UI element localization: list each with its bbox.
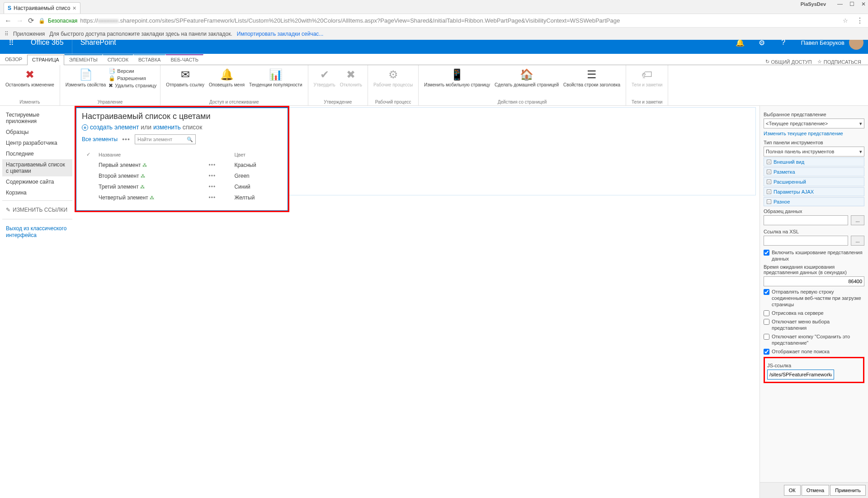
show-search-checkbox[interactable] — [764, 349, 769, 355]
apply-button[interactable]: Применить — [830, 485, 866, 496]
plus-icon[interactable]: + — [82, 124, 88, 131]
item-title: Третий элемент — [99, 184, 138, 190]
exit-classic-link[interactable]: Выход из классического интерфейса — [2, 222, 72, 242]
sample-data-input[interactable] — [764, 215, 848, 225]
disable-save-view-checkbox[interactable] — [764, 334, 769, 340]
ribbon-tabs: ОБЗОР СТРАНИЦА ЭЛЕМЕНТЫ СПИСОК ВСТАВКА В… — [0, 54, 868, 65]
send-first-row-checkbox[interactable] — [764, 289, 769, 295]
send-first-row-label: Отправлять первую строку соединенным веб… — [772, 289, 864, 308]
section-appearance[interactable]: Внешний вид — [764, 157, 864, 166]
bookmark-star-icon[interactable]: ☆ — [843, 17, 848, 24]
nav-test-apps[interactable]: Тестируемые приложения — [2, 109, 72, 127]
ribbon-group-edit: ✖Остановить изменение Изменить — [0, 65, 60, 105]
popularity-trends-button[interactable]: 📊Тенденции популярности — [247, 67, 304, 99]
workflows-button[interactable]: ⚙Рабочие процессы — [372, 67, 415, 99]
send-link-button[interactable]: ✉Отправить ссылку — [164, 67, 206, 99]
edit-properties-button[interactable]: 📄Изменить свойства — [64, 67, 108, 99]
section-advanced[interactable]: Расширенный — [764, 177, 864, 186]
jslink-input[interactable] — [767, 370, 834, 379]
tab-webpart[interactable]: ВЕБ-ЧАСТЬ — [165, 54, 203, 65]
create-item-link[interactable]: создать элемент — [90, 123, 139, 131]
enable-cache-label: Включить кэширование представления данны… — [772, 249, 864, 262]
item-menu-icon[interactable]: ••• — [209, 184, 216, 190]
item-menu-icon[interactable]: ••• — [209, 173, 216, 179]
item-menu-icon[interactable]: ••• — [209, 162, 216, 168]
selected-view-dropdown[interactable]: <Текущее представление>▾ — [764, 119, 864, 128]
back-icon[interactable]: ← — [5, 17, 12, 25]
browse-button[interactable]: ... — [851, 215, 864, 225]
list-webpart[interactable]: Настраиваемый список с цветами + создать… — [76, 107, 288, 211]
chevron-down-icon: ▾ — [859, 149, 862, 155]
view-all-items[interactable]: Все элементы — [82, 136, 118, 142]
apps-icon[interactable]: ⠿ — [5, 31, 9, 37]
toolbar-type-label: Тип панели инструментов — [764, 140, 864, 145]
nav-samples[interactable]: Образцы — [2, 127, 72, 138]
server-render-checkbox[interactable] — [764, 310, 769, 316]
edit-mobile-page-button[interactable]: 📱Изменить мобильную страницу — [422, 67, 492, 99]
make-homepage-button[interactable]: 🏠Сделать домашней страницей — [493, 67, 561, 99]
follow-button[interactable]: ☆ ПОДПИСАТЬСЯ — [817, 59, 861, 65]
approve-button[interactable]: ✔Утвердить — [312, 67, 337, 99]
url-field[interactable]: 🔒 Безопасная https://xxxxxxx.sharepoint.… — [38, 17, 838, 24]
table-row[interactable]: Третий элемент ⁂ ••• Синий — [83, 182, 281, 192]
import-bookmarks-link[interactable]: Импортировать закладки сейчас... — [237, 31, 324, 37]
menu-icon[interactable]: ⋮ — [856, 16, 863, 25]
cache-timeout-input[interactable] — [764, 276, 864, 286]
delete-page-button[interactable]: ✖Удалить страницу — [108, 82, 156, 89]
disable-view-menu-checkbox[interactable] — [764, 319, 769, 325]
table-row[interactable]: Второй элемент ⁂ ••• Green — [83, 171, 281, 181]
close-icon[interactable]: × — [72, 5, 76, 12]
permissions-button[interactable]: 🔒Разрешения — [108, 75, 156, 81]
apps-label[interactable]: Приложения — [13, 31, 45, 37]
search-icon[interactable]: 🔍 — [187, 137, 193, 142]
nav-custom-list[interactable]: Настраиваемый список с цветами — [2, 159, 72, 176]
tab-elements[interactable]: ЭЛЕМЕНТЫ — [64, 54, 103, 65]
tags-notes-button[interactable]: 🏷Теги и заметки — [630, 67, 664, 99]
table-row[interactable]: Четвертый элемент ⁂ ••• Желтый — [83, 193, 281, 203]
enable-cache-checkbox[interactable] — [764, 250, 769, 256]
section-misc[interactable]: Разное — [764, 197, 864, 206]
edit-list-link[interactable]: изменить — [153, 123, 181, 131]
maximize-icon[interactable]: ☐ — [849, 1, 854, 7]
nav-recycle-bin[interactable]: Корзина — [2, 187, 72, 198]
share-button[interactable]: ↻ ОБЩИЙ ДОСТУП — [765, 59, 812, 65]
search-box[interactable]: Найти элемент 🔍 — [135, 134, 196, 144]
edit-current-view-link[interactable]: Изменить текущее представление — [764, 131, 864, 136]
section-ajax[interactable]: Параметры AJAX — [764, 187, 864, 196]
browser-tab[interactable]: S Настраиваемый списо × — [4, 2, 80, 14]
col-title[interactable]: Название — [95, 150, 204, 159]
xsl-link-input[interactable] — [764, 236, 848, 246]
reload-icon[interactable]: ⟳ — [28, 16, 34, 25]
alert-me-button[interactable]: 🔔Оповещать меня — [207, 67, 246, 99]
user-name[interactable]: Павел Безруков — [794, 39, 849, 46]
browse-button[interactable]: ... — [851, 236, 864, 246]
expand-icon — [767, 180, 771, 184]
minimize-icon[interactable]: — — [837, 1, 843, 7]
stop-editing-button[interactable]: ✖Остановить изменение — [4, 67, 56, 99]
tab-overview[interactable]: ОБЗОР — [0, 54, 27, 65]
versions-button[interactable]: 📑Версии — [108, 68, 156, 74]
tab-page[interactable]: СТРАНИЦА — [27, 55, 64, 65]
table-row[interactable]: Первый элемент ⁂ ••• Красный — [83, 160, 281, 170]
cancel-button[interactable]: Отмена — [802, 485, 829, 496]
forward-icon[interactable]: → — [16, 17, 24, 25]
ok-button[interactable]: ОК — [784, 485, 801, 496]
edit-links-button[interactable]: ✎ИЗМЕНИТЬ ССЫЛКИ — [2, 203, 72, 217]
col-check[interactable]: ✓ — [83, 150, 94, 159]
new-indicator-icon: ⁂ — [150, 195, 154, 200]
section-layout[interactable]: Разметка — [764, 167, 864, 176]
nav-site-contents[interactable]: Содержимое сайта — [2, 176, 72, 187]
item-menu-icon[interactable]: ••• — [209, 194, 216, 201]
title-bar-props-button[interactable]: ☰Свойства строки заголовка — [561, 67, 622, 99]
col-color[interactable]: Цвет — [231, 150, 281, 159]
close-window-icon[interactable]: ✕ — [861, 1, 866, 7]
toolbar-type-dropdown[interactable]: Полная панель инструментов▾ — [764, 147, 864, 157]
view-menu-icon[interactable]: ••• — [122, 136, 130, 143]
nav-dev-center[interactable]: Центр разработчика — [2, 138, 72, 148]
reject-button[interactable]: ✖Отклонить — [338, 67, 364, 99]
tab-insert[interactable]: ВСТАВКА — [133, 54, 165, 65]
tab-list[interactable]: СПИСОК — [103, 54, 133, 65]
nav-recent[interactable]: Последние — [2, 148, 72, 159]
ribbon-group-label: Рабочий процесс — [372, 99, 415, 105]
or-text: или — [141, 123, 151, 131]
